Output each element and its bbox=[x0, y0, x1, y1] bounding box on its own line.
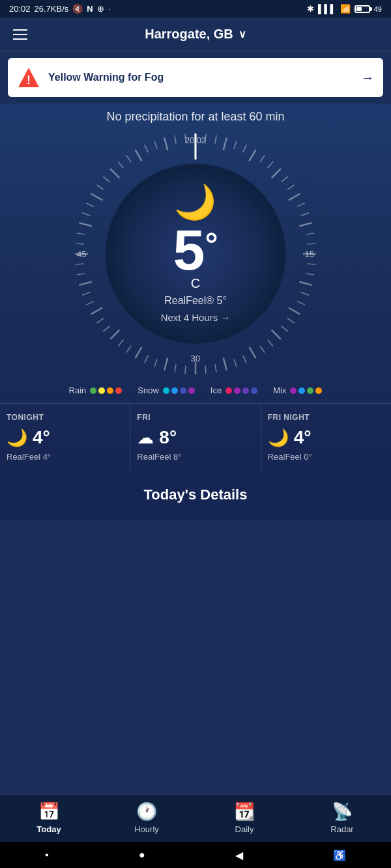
nav-daily[interactable]: 📆 Daily bbox=[195, 802, 293, 834]
fri-cloud-icon: ☁ bbox=[137, 428, 154, 448]
svg-line-10 bbox=[250, 150, 256, 161]
status-bar: 20:02 26.7KB/s 🔇 N ⊕ · ✱ ▌▌▌ 📶 49 bbox=[0, 0, 391, 18]
svg-line-5 bbox=[205, 134, 206, 143]
next-hours-button[interactable]: Next 4 Hours → bbox=[161, 312, 231, 323]
wifi-icon: 📶 bbox=[340, 4, 351, 14]
hourly-nav-icon: 🕐 bbox=[136, 802, 157, 822]
svg-line-39 bbox=[205, 365, 206, 374]
todays-details-title: Today's Details bbox=[13, 486, 378, 503]
svg-line-32 bbox=[268, 340, 273, 346]
precipitation-status: No precipitation for at least 60 min bbox=[0, 110, 391, 124]
warning-banner[interactable]: ! Yellow Warning for Fog → bbox=[8, 58, 383, 97]
ice-dot-4 bbox=[251, 387, 257, 394]
svg-line-45 bbox=[145, 356, 148, 363]
fri-realfeel: RealFeel 8° bbox=[137, 452, 181, 462]
menu-line-3 bbox=[13, 38, 27, 40]
time-display: 20:02 bbox=[9, 4, 31, 14]
svg-line-14 bbox=[282, 176, 288, 182]
svg-line-9 bbox=[243, 145, 246, 152]
nav-today[interactable]: 📅 Today bbox=[0, 802, 98, 834]
snow-legend: Snow bbox=[138, 385, 195, 395]
daily-nav-label: Daily bbox=[235, 824, 254, 834]
menu-line-2 bbox=[13, 34, 27, 35]
battery-fill bbox=[356, 7, 362, 11]
svg-line-48 bbox=[118, 340, 123, 346]
svg-line-8 bbox=[234, 141, 237, 148]
forecast-fri[interactable]: FRI ☁ 8° RealFeel 8° bbox=[130, 404, 261, 471]
svg-line-13 bbox=[272, 169, 281, 178]
svg-line-53 bbox=[86, 301, 94, 305]
svg-line-68 bbox=[118, 161, 123, 168]
radar-nav-icon: 📡 bbox=[332, 802, 353, 822]
svg-line-65 bbox=[96, 185, 104, 189]
today-nav-label: Today bbox=[36, 824, 61, 834]
svg-line-28 bbox=[289, 308, 300, 315]
location-selector[interactable]: Harrogate, GB ∨ bbox=[145, 27, 246, 42]
menu-button[interactable] bbox=[13, 29, 27, 40]
daily-nav-icon: 📆 bbox=[234, 802, 255, 822]
svg-line-73 bbox=[164, 137, 167, 150]
svg-line-57 bbox=[76, 264, 84, 264]
chevron-down-icon: ∨ bbox=[239, 28, 246, 40]
bluetooth-icon: ✱ bbox=[307, 4, 314, 14]
svg-line-61 bbox=[79, 223, 91, 226]
tonight-realfeel: RealFeel 4° bbox=[7, 452, 51, 462]
snow-dot-2 bbox=[171, 387, 178, 394]
fri-night-label: FRI NIGHT bbox=[268, 413, 310, 422]
snow-label: Snow bbox=[138, 385, 159, 395]
todays-details-section: Today's Details bbox=[0, 471, 391, 520]
svg-line-30 bbox=[282, 326, 288, 331]
gauge-center: 🌙 5° C RealFeel® 5° Next 4 Hours → bbox=[161, 185, 231, 323]
snow-dots bbox=[163, 387, 195, 394]
svg-line-47 bbox=[126, 346, 131, 353]
svg-line-62 bbox=[82, 213, 90, 216]
forecast-row: TONIGHT 🌙 4° RealFeel 4° FRI ☁ 8° RealFe… bbox=[0, 403, 391, 471]
svg-line-7 bbox=[224, 137, 227, 150]
svg-line-43 bbox=[164, 357, 167, 370]
svg-line-54 bbox=[82, 292, 90, 295]
svg-line-19 bbox=[299, 223, 311, 226]
svg-line-46 bbox=[136, 347, 142, 358]
svg-line-49 bbox=[110, 330, 119, 339]
svg-line-24 bbox=[306, 273, 314, 275]
fri-night-icon-temp: 🌙 4° bbox=[268, 427, 311, 448]
svg-line-23 bbox=[307, 264, 315, 264]
degree-symbol: ° bbox=[205, 228, 218, 260]
svg-line-6 bbox=[215, 135, 216, 144]
svg-line-15 bbox=[287, 185, 295, 189]
ice-dot-1 bbox=[225, 387, 232, 394]
mix-label: Mix bbox=[273, 385, 286, 395]
mix-dot-2 bbox=[298, 387, 305, 394]
svg-line-66 bbox=[103, 176, 109, 182]
mix-dot-1 bbox=[290, 387, 297, 394]
warning-arrow-icon: → bbox=[361, 70, 374, 85]
android-back-btn[interactable]: ◀ bbox=[235, 849, 243, 861]
android-square-btn[interactable]: ▪ bbox=[45, 849, 49, 861]
warning-triangle-icon: ! bbox=[17, 66, 40, 89]
svg-line-26 bbox=[301, 292, 309, 295]
svg-line-44 bbox=[154, 359, 157, 367]
rain-dots bbox=[90, 387, 122, 394]
android-accessibility-btn[interactable]: ♿ bbox=[333, 849, 346, 861]
temp-unit: C bbox=[161, 276, 231, 291]
network-n-icon: N bbox=[87, 4, 93, 14]
bottom-navigation: 📅 Today 🕐 Hourly 📆 Daily 📡 Radar bbox=[0, 794, 391, 842]
svg-line-69 bbox=[126, 155, 131, 162]
svg-line-72 bbox=[154, 141, 157, 148]
rain-label: Rain bbox=[69, 385, 87, 395]
fri-label: FRI bbox=[137, 413, 151, 422]
svg-line-50 bbox=[103, 326, 109, 331]
mix-dots bbox=[290, 387, 322, 394]
nav-radar[interactable]: 📡 Radar bbox=[293, 802, 391, 834]
precipitation-legend: Rain Snow Ice bbox=[0, 378, 391, 403]
forecast-tonight[interactable]: TONIGHT 🌙 4° RealFeel 4° bbox=[0, 404, 130, 471]
forecast-fri-night[interactable]: FRI NIGHT 🌙 4° RealFeel 0° bbox=[261, 404, 391, 471]
mix-dot-3 bbox=[307, 387, 313, 394]
android-circle-btn[interactable]: ● bbox=[139, 849, 145, 861]
ice-dot-2 bbox=[234, 387, 240, 394]
signal-icon: ▌▌▌ bbox=[318, 4, 336, 14]
radar-nav-label: Radar bbox=[330, 824, 353, 834]
battery-percent: 49 bbox=[374, 5, 382, 13]
nav-hourly[interactable]: 🕐 Hourly bbox=[98, 802, 195, 834]
svg-line-16 bbox=[289, 194, 300, 201]
